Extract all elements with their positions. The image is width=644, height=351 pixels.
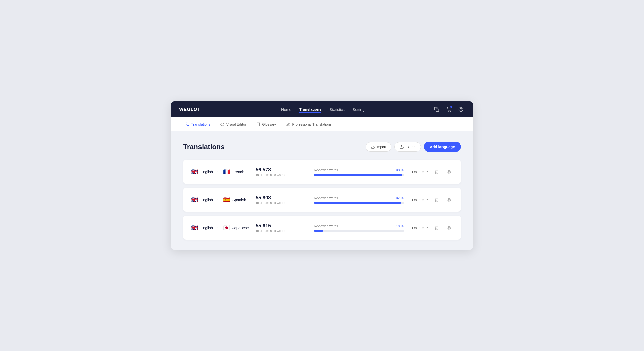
arrow-0: › (217, 170, 219, 174)
help-icon (458, 107, 463, 112)
help-icon-button[interactable] (457, 105, 465, 113)
progress-pct-0: 98 % (396, 168, 404, 172)
source-lang-2: English (200, 226, 213, 230)
target-lang-2: Japanese (232, 226, 249, 230)
word-count-section-0: 56,578 Total translated words (256, 167, 306, 177)
delete-button-0[interactable] (433, 168, 441, 176)
nav-translations[interactable]: Translations (299, 106, 321, 113)
reviewed-label-0: Reviewed words (314, 168, 338, 172)
progress-bar-track-2 (314, 230, 404, 232)
import-icon (371, 145, 375, 149)
nav-home[interactable]: Home (281, 106, 291, 113)
main-content: Translations Import Export Add language (171, 131, 473, 250)
translate-icon (185, 122, 189, 126)
lang-pair: 🇬🇧 English › 🇯🇵 Japanese (191, 225, 252, 231)
brand-logo: WEGLOT (179, 107, 200, 112)
options-button-0[interactable]: Options (412, 170, 429, 174)
word-count-0: 56,578 (256, 167, 306, 173)
nav-actions (433, 105, 465, 113)
subnav-translations-label: Translations (191, 122, 210, 126)
delete-button-1[interactable] (433, 196, 441, 204)
svg-point-2 (450, 111, 451, 112)
progress-section-2: Reviewed words 10 % (314, 224, 404, 232)
subnav-visual-editor-label: Visual Editor (226, 122, 246, 126)
word-count-1: 55,808 (256, 195, 306, 201)
target-lang-1: Spanish (232, 198, 246, 202)
source-flag-1: 🇬🇧 (191, 197, 198, 203)
svg-point-5 (222, 124, 223, 125)
svg-rect-0 (436, 109, 439, 112)
progress-bar-track-1 (314, 202, 404, 204)
progress-bar-track-0 (314, 174, 404, 176)
export-icon (400, 145, 404, 149)
export-button[interactable]: Export (394, 142, 421, 152)
nav-settings[interactable]: Settings (353, 106, 366, 113)
progress-header-1: Reviewed words 97 % (314, 196, 404, 200)
word-count-section-2: 55,615 Total translated words (256, 223, 306, 233)
translation-card: 🇬🇧 English › 🇫🇷 French 56,578 Total tran… (183, 160, 461, 184)
visibility-button-2[interactable] (445, 224, 453, 232)
nav-statistics[interactable]: Statistics (330, 106, 345, 113)
reviewed-label-1: Reviewed words (314, 196, 338, 200)
reviewed-label-2: Reviewed words (314, 224, 338, 228)
add-language-label: Add language (430, 145, 455, 149)
target-flag-2: 🇯🇵 (223, 225, 230, 231)
app-window: WEGLOT Home Translations Statistics Sett… (171, 101, 473, 250)
translation-card: 🇬🇧 English › 🇪🇸 Spanish 55,808 Total tra… (183, 188, 461, 212)
options-button-2[interactable]: Options (412, 226, 429, 230)
subnav-professional-label: Professional Translations (292, 122, 331, 126)
word-count-label-1: Total translated words (256, 201, 306, 205)
nav-links: Home Translations Statistics Settings (215, 106, 433, 113)
chevron-down-icon (425, 198, 429, 202)
options-button-1[interactable]: Options (412, 198, 429, 202)
svg-point-10 (448, 227, 450, 228)
copy-icon-button[interactable] (433, 105, 441, 113)
target-flag-0: 🇫🇷 (223, 169, 230, 175)
page-header: Translations Import Export Add language (183, 142, 461, 152)
card-actions-2: Options (412, 224, 453, 232)
trash-icon (434, 226, 439, 230)
target-flag-1: 🇪🇸 (223, 197, 230, 203)
cart-icon-button[interactable] (445, 105, 453, 113)
progress-bar-fill-0 (314, 174, 402, 176)
subnav-professional[interactable]: Professional Translations (282, 120, 335, 128)
eye-visibility-icon (447, 170, 451, 174)
subnav-visual-editor[interactable]: Visual Editor (216, 120, 250, 128)
word-count-label-0: Total translated words (256, 173, 306, 177)
subnav-glossary[interactable]: Glossary (252, 120, 280, 128)
svg-point-1 (448, 111, 449, 112)
visibility-button-0[interactable] (445, 168, 453, 176)
copy-icon (434, 107, 439, 112)
arrow-1: › (217, 198, 219, 202)
import-button[interactable]: Import (366, 142, 392, 152)
word-count-2: 55,615 (256, 223, 306, 229)
progress-header-2: Reviewed words 10 % (314, 224, 404, 228)
lang-pair: 🇬🇧 English › 🇫🇷 French (191, 169, 252, 175)
trash-icon (434, 198, 439, 202)
book-icon (256, 122, 260, 126)
eye-visibility-icon (447, 226, 451, 230)
lang-pair: 🇬🇧 English › 🇪🇸 Spanish (191, 197, 252, 203)
subnav-glossary-label: Glossary (262, 122, 276, 126)
progress-bar-fill-2 (314, 230, 323, 232)
eye-icon (220, 122, 224, 126)
visibility-button-1[interactable] (445, 196, 453, 204)
progress-section-1: Reviewed words 97 % (314, 196, 404, 204)
add-language-button[interactable]: Add language (424, 142, 461, 152)
progress-pct-2: 10 % (396, 224, 404, 228)
progress-pct-1: 97 % (396, 196, 404, 200)
sub-nav: Translations Visual Editor Glossary (171, 117, 473, 131)
progress-bar-fill-1 (314, 202, 401, 204)
svg-point-9 (448, 199, 450, 200)
translation-cards: 🇬🇧 English › 🇫🇷 French 56,578 Total tran… (183, 160, 461, 240)
trash-icon (434, 170, 439, 174)
delete-button-2[interactable] (433, 224, 441, 232)
word-count-section-1: 55,808 Total translated words (256, 195, 306, 205)
top-nav: WEGLOT Home Translations Statistics Sett… (171, 101, 473, 117)
subnav-translations[interactable]: Translations (181, 120, 214, 128)
page-title: Translations (183, 143, 225, 151)
nav-divider (209, 107, 209, 112)
header-actions: Import Export Add language (366, 142, 461, 152)
card-actions-0: Options (412, 168, 453, 176)
source-lang-0: English (200, 170, 213, 174)
